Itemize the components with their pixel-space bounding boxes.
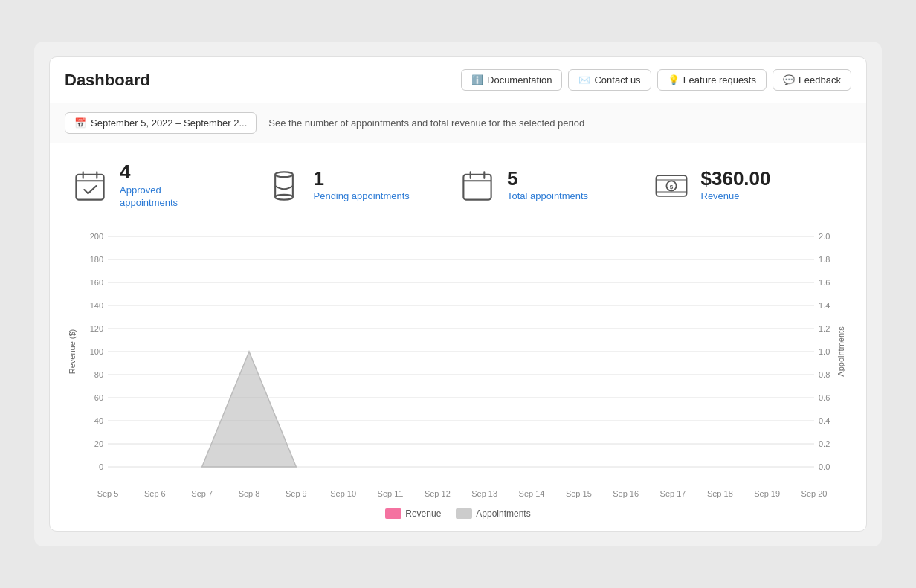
contact-label: Contact us xyxy=(594,74,640,85)
documentation-icon: ℹ️ xyxy=(471,74,483,85)
stat-pending: 1 Pending appointments xyxy=(265,161,459,209)
dashboard-card: Dashboard ℹ️ Documentation ✉️ Contact us… xyxy=(49,56,867,531)
chart-container: Revenue Appointments xyxy=(50,222,866,531)
revenue-number: $360.00 xyxy=(701,168,771,190)
appointments-swatch xyxy=(456,508,472,519)
date-range-label: September 5, 2022 – September 2... xyxy=(91,117,247,129)
documentation-label: Documentation xyxy=(487,74,552,85)
feature-icon: 💡 xyxy=(668,74,680,85)
outer-container: Dashboard ℹ️ Documentation ✉️ Contact us… xyxy=(34,42,882,546)
stat-approved: 4 Approvedappointments xyxy=(71,161,265,209)
sub-header-description: See the number of appointments and total… xyxy=(268,117,584,129)
svg-rect-8 xyxy=(463,174,491,199)
calendar-icon: 📅 xyxy=(74,117,86,129)
header-buttons: ℹ️ Documentation ✉️ Contact us 💡 Feature… xyxy=(461,69,851,91)
stats-row: 4 Approvedappointments 1 P xyxy=(50,143,866,221)
legend-revenue: Revenue xyxy=(385,508,441,519)
chart-wrapper xyxy=(65,222,851,504)
appointments-legend-label: Appointments xyxy=(476,508,530,519)
revenue-label: Revenue xyxy=(701,190,771,203)
total-icon xyxy=(458,167,497,205)
approved-icon xyxy=(71,167,109,205)
feature-requests-button[interactable]: 💡 Feature requests xyxy=(657,69,767,91)
pending-icon xyxy=(265,167,303,205)
svg-rect-0 xyxy=(76,174,103,199)
header: Dashboard ℹ️ Documentation ✉️ Contact us… xyxy=(50,57,866,103)
svg-point-4 xyxy=(275,172,293,177)
revenue-icon: $ xyxy=(652,167,691,205)
approved-number: 4 xyxy=(120,161,178,183)
revenue-swatch xyxy=(385,508,401,519)
feature-label: Feature requests xyxy=(683,74,756,85)
contact-us-button[interactable]: ✉️ Contact us xyxy=(568,69,651,91)
page-title: Dashboard xyxy=(65,71,150,90)
pending-label: Pending appointments xyxy=(314,190,410,203)
pending-number: 1 xyxy=(314,168,410,190)
legend-appointments: Appointments xyxy=(456,508,530,519)
stat-total: 5 Total appointments xyxy=(458,161,652,209)
total-number: 5 xyxy=(507,168,588,190)
total-label: Total appointments xyxy=(507,190,588,203)
feedback-button[interactable]: 💬 Feedback xyxy=(773,69,851,91)
sub-header: 📅 September 5, 2022 – September 2... See… xyxy=(50,103,866,143)
contact-icon: ✉️ xyxy=(578,74,590,85)
svg-point-5 xyxy=(275,194,293,199)
feedback-label: Feedback xyxy=(799,74,841,85)
chart-legend: Revenue Appointments xyxy=(65,508,851,519)
revenue-legend-label: Revenue xyxy=(405,508,441,519)
approved-label: Approvedappointments xyxy=(120,184,178,210)
stat-revenue: $ $360.00 Revenue xyxy=(652,161,846,209)
date-range-button[interactable]: 📅 September 5, 2022 – September 2... xyxy=(65,112,257,134)
svg-text:$: $ xyxy=(669,183,673,190)
feedback-icon: 💬 xyxy=(783,74,795,85)
main-chart xyxy=(65,222,851,504)
documentation-button[interactable]: ℹ️ Documentation xyxy=(461,69,562,91)
